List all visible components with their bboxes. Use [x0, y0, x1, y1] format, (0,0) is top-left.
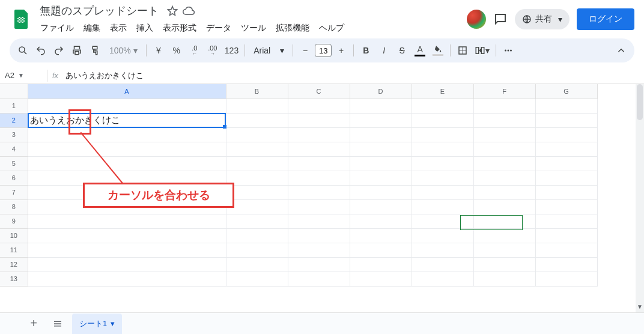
menu-insert[interactable]: 挿入	[132, 20, 157, 36]
avatar[interactable]	[467, 10, 486, 29]
font-size-decrease[interactable]: −	[297, 42, 314, 59]
percent-icon[interactable]: %	[168, 42, 185, 59]
row-header[interactable]: 2	[0, 113, 28, 127]
col-header-F[interactable]: F	[473, 84, 535, 99]
bold-icon[interactable]: B	[357, 42, 374, 59]
select-all-corner[interactable]	[0, 84, 28, 99]
menu-format[interactable]: 表示形式	[159, 20, 201, 36]
menu-edit[interactable]: 編集	[79, 20, 105, 36]
row-header[interactable]: 5	[0, 156, 28, 171]
header: 無題のスプレッドシート ファイル 編集 表示 挿入 表示形式 データ ツール 拡…	[0, 0, 644, 34]
col-header-B[interactable]: B	[226, 84, 288, 99]
merge-cells-icon[interactable]: ▾	[472, 42, 492, 59]
globe-icon	[522, 14, 532, 24]
row-header[interactable]: 1	[0, 99, 28, 113]
borders-icon[interactable]	[454, 42, 471, 59]
col-header-G[interactable]: G	[535, 84, 597, 99]
row-header[interactable]: 4	[0, 142, 28, 156]
row-header[interactable]: 10	[0, 228, 28, 243]
row-header[interactable]: 6	[0, 171, 28, 185]
text-color-icon[interactable]: A	[412, 42, 428, 59]
cloud-saved-icon[interactable]	[183, 5, 195, 17]
spreadsheet-grid[interactable]: A B C D E F G 1 2あいうえおかきくけこ 3 4 5 6 7 8 …	[0, 84, 598, 287]
font-size-input[interactable]	[315, 44, 332, 57]
separator	[146, 44, 147, 56]
sheet-tab-active[interactable]: シート1 ▾	[72, 314, 122, 334]
menu-extensions[interactable]: 拡張機能	[272, 20, 314, 36]
header-right: 共有 ▾ ログイン	[467, 8, 634, 30]
chevron-down-icon: ▾	[558, 14, 562, 24]
all-sheets-button[interactable]	[48, 314, 67, 333]
col-header-D[interactable]: D	[350, 84, 412, 99]
add-sheet-button[interactable]: +	[24, 314, 43, 333]
row-header[interactable]: 12	[0, 257, 28, 272]
menu-view[interactable]: 表示	[106, 20, 131, 36]
row-header[interactable]: 11	[0, 243, 28, 257]
separator	[450, 44, 451, 56]
grid-area: A B C D E F G 1 2あいうえおかきくけこ 3 4 5 6 7 8 …	[0, 84, 644, 317]
row-header[interactable]: 9	[0, 214, 28, 228]
collapse-toolbar-icon[interactable]	[613, 42, 630, 59]
redo-icon[interactable]	[50, 42, 67, 59]
sheets-logo[interactable]	[10, 7, 34, 31]
title-area: 無題のスプレッドシート ファイル 編集 表示 挿入 表示形式 データ ツール 拡…	[36, 2, 467, 36]
login-button[interactable]: ログイン	[577, 8, 634, 30]
col-header-A[interactable]: A	[28, 84, 226, 99]
col-header-C[interactable]: C	[288, 84, 350, 99]
paint-format-icon[interactable]	[87, 42, 103, 59]
increase-decimal-icon[interactable]: .00→	[204, 42, 221, 59]
comment-history-icon[interactable]	[493, 12, 508, 26]
share-label: 共有	[535, 14, 552, 25]
separator	[245, 44, 245, 56]
separator	[353, 44, 354, 56]
undo-icon[interactable]	[32, 42, 49, 59]
toolbar: 100% ▾ ¥ % .0← .00→ 123 Arial▾ − + B I S…	[10, 38, 634, 62]
scrollbar-thumb[interactable]	[637, 84, 643, 120]
chevron-down-icon: ▾	[111, 319, 115, 328]
fx-label: fx	[47, 71, 63, 80]
font-size-increase[interactable]: +	[333, 42, 350, 59]
cell-A2[interactable]: あいうえおかきくけこ	[28, 113, 226, 127]
star-icon[interactable]	[167, 5, 178, 16]
vertical-scrollbar[interactable]: ▼	[636, 84, 644, 312]
search-icon[interactable]	[14, 42, 31, 59]
svg-point-1	[19, 47, 25, 52]
svg-point-5	[510, 50, 512, 52]
menu-tools[interactable]: ツール	[237, 20, 270, 36]
separator	[496, 44, 496, 56]
menu-help[interactable]: ヘルプ	[315, 20, 348, 36]
menu-file[interactable]: ファイル	[36, 20, 78, 36]
chevron-down-icon: ▼	[18, 72, 24, 79]
doc-title[interactable]: 無題のスプレッドシート	[36, 2, 162, 19]
zoom-select[interactable]: 100% ▾	[105, 46, 142, 55]
row-header[interactable]: 8	[0, 199, 28, 214]
print-icon[interactable]	[68, 42, 85, 59]
font-size-group: − +	[297, 42, 350, 59]
number-format-icon[interactable]: 123	[222, 42, 241, 59]
italic-icon[interactable]: I	[375, 42, 392, 59]
decrease-decimal-icon[interactable]: .0←	[186, 42, 203, 59]
svg-point-3	[505, 50, 506, 52]
row-header[interactable]: 3	[0, 127, 28, 142]
name-box[interactable]: A2 ▼	[0, 71, 47, 80]
menubar: ファイル 編集 表示 挿入 表示形式 データ ツール 拡張機能 ヘルプ	[36, 20, 467, 36]
row-header[interactable]: 7	[0, 185, 28, 199]
currency-icon[interactable]: ¥	[150, 42, 167, 59]
sheet-tab-bar: + シート1 ▾	[0, 312, 644, 334]
more-icon[interactable]	[500, 42, 517, 59]
row-header[interactable]: 13	[0, 272, 28, 286]
separator	[293, 44, 293, 56]
col-header-E[interactable]: E	[412, 84, 473, 99]
scroll-down-icon[interactable]: ▼	[637, 303, 643, 310]
strikethrough-icon[interactable]: S	[393, 42, 410, 59]
font-select[interactable]: Arial▾	[249, 46, 289, 55]
svg-point-4	[508, 50, 509, 52]
share-button[interactable]: 共有 ▾	[515, 9, 570, 29]
formula-input[interactable]: あいうえおかきくけこ	[63, 70, 644, 81]
fill-color-icon[interactable]	[430, 42, 446, 59]
formula-bar: A2 ▼ fx あいうえおかきくけこ	[0, 67, 644, 84]
menu-data[interactable]: データ	[202, 20, 235, 36]
